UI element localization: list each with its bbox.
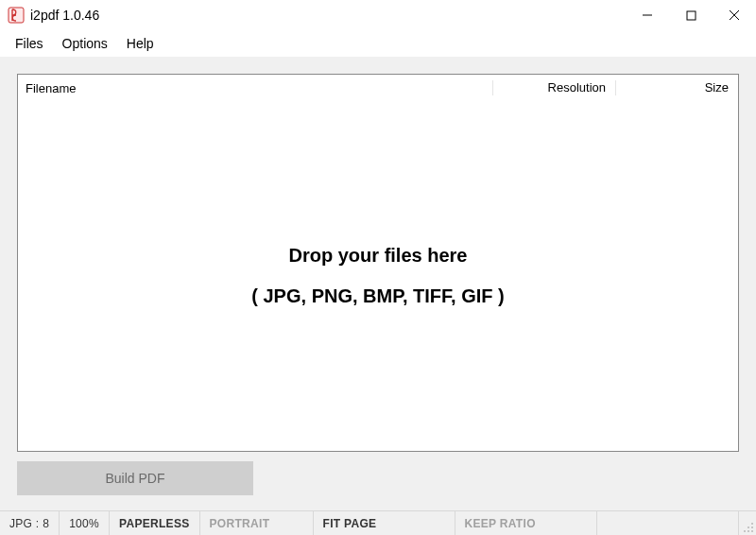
svg-point-7 — [747, 530, 749, 532]
content-area: Filename Resolution Size Drop your files… — [0, 57, 756, 510]
status-keep-ratio[interactable]: KEEP RATIO — [455, 511, 597, 535]
window-title: i2pdf 1.0.46 — [30, 8, 99, 23]
button-row: Build PDF — [17, 452, 739, 503]
drop-zone[interactable]: Drop your files here ( JPG, PNG, BMP, TI… — [18, 101, 738, 451]
svg-point-5 — [751, 530, 753, 532]
menubar: Files Options Help — [0, 30, 756, 57]
app-icon — [8, 7, 25, 24]
svg-point-6 — [751, 526, 753, 528]
minimize-button[interactable] — [626, 0, 669, 30]
file-list[interactable]: Filename Resolution Size Drop your files… — [17, 74, 739, 452]
build-pdf-button[interactable]: Build PDF — [17, 461, 253, 495]
svg-point-9 — [747, 526, 749, 528]
statusbar: JPG : 8 100% PAPERLESS PORTRAIT FIT PAGE… — [0, 510, 756, 535]
status-orientation[interactable]: PORTRAIT — [200, 511, 314, 535]
menu-help[interactable]: Help — [117, 32, 163, 55]
status-spacer — [597, 511, 739, 535]
menu-files[interactable]: Files — [6, 32, 53, 55]
drop-hint-line2: ( JPG, PNG, BMP, TIFF, GIF ) — [251, 285, 504, 307]
svg-point-8 — [751, 523, 753, 525]
column-filename[interactable]: Filename — [18, 81, 492, 95]
drop-hint-line1: Drop your files here — [289, 245, 468, 267]
status-zoom[interactable]: 100% — [60, 511, 110, 535]
resize-grip-icon[interactable] — [739, 511, 756, 535]
window-controls — [626, 0, 756, 30]
status-jpg[interactable]: JPG : 8 — [0, 511, 60, 535]
svg-rect-2 — [687, 11, 696, 20]
maximize-button[interactable] — [669, 0, 713, 30]
menu-options[interactable]: Options — [53, 32, 117, 55]
column-resolution[interactable]: Resolution — [492, 80, 615, 96]
close-button[interactable] — [713, 0, 756, 30]
svg-point-10 — [744, 530, 746, 532]
column-headers: Filename Resolution Size — [18, 75, 738, 101]
titlebar: i2pdf 1.0.46 — [0, 0, 756, 30]
column-size[interactable]: Size — [615, 80, 738, 96]
status-paperless[interactable]: PAPERLESS — [110, 511, 200, 535]
status-fit[interactable]: FIT PAGE — [314, 511, 455, 535]
